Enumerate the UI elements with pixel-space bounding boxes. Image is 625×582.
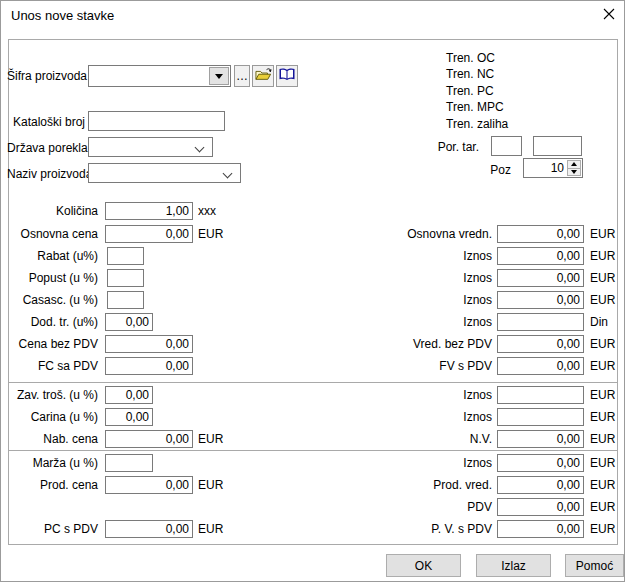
- product-name-combobox[interactable]: [88, 163, 241, 183]
- iznos-1-label: Iznos: [381, 249, 492, 263]
- close-button[interactable]: [595, 3, 623, 27]
- book-icon: [278, 67, 296, 85]
- iznos-6-unit: EUR: [590, 410, 615, 424]
- pdv-label: PDV: [381, 500, 492, 514]
- kolicina-field[interactable]: [105, 202, 193, 220]
- iznos-4-field[interactable]: [497, 313, 584, 331]
- open-folder-button[interactable]: [252, 65, 274, 87]
- prod-cena-field[interactable]: [105, 476, 193, 494]
- fv-s-pdv-field[interactable]: [497, 357, 584, 375]
- product-name-input[interactable]: [90, 165, 221, 181]
- pc-s-pdv-field[interactable]: [105, 520, 193, 538]
- iznos-7-unit: EUR: [590, 456, 615, 470]
- country-origin-input[interactable]: [90, 139, 193, 155]
- fc-sa-pdv-field[interactable]: [105, 357, 193, 375]
- iznos-3-label: Iznos: [381, 293, 492, 307]
- zav-tros-field[interactable]: [105, 386, 153, 404]
- pv-s-pdv-label: P. V. s PDV: [381, 522, 492, 536]
- nab-cena-field[interactable]: [105, 430, 193, 448]
- window-title: Unos nove stavke: [11, 8, 114, 23]
- triangle-down-icon: [571, 170, 577, 174]
- iznos-5-unit: EUR: [590, 388, 615, 402]
- catalog-book-button[interactable]: [276, 65, 298, 87]
- product-code-combobox[interactable]: [88, 65, 231, 87]
- dod-tr-field[interactable]: [105, 313, 153, 331]
- open-folder-icon: [254, 67, 272, 85]
- marza-field[interactable]: [105, 454, 153, 472]
- osnovna-vredn-field[interactable]: [497, 225, 584, 243]
- carina-field[interactable]: [105, 408, 153, 426]
- pc-s-pdv-label: PC s PDV: [6, 522, 98, 536]
- ok-button[interactable]: OK: [386, 554, 461, 577]
- iznos-6-field[interactable]: [497, 408, 584, 426]
- iznos-5-field[interactable]: [497, 386, 584, 404]
- nab-cena-label: Nab. cena: [6, 432, 98, 446]
- pc-s-pdv-unit: EUR: [198, 522, 223, 536]
- fv-s-pdv-unit: EUR: [590, 359, 615, 373]
- prod-vred-label: Prod. vred.: [381, 478, 492, 492]
- por-tar-label: Por. tar.: [409, 140, 479, 154]
- tren-oc-label: Tren. OC: [446, 51, 495, 65]
- cena-bez-pdv-label: Cena bez PDV: [6, 337, 98, 351]
- popust-field[interactable]: [107, 269, 144, 287]
- iznos-2-label: Iznos: [381, 271, 492, 285]
- browse-dots-button[interactable]: …: [234, 65, 250, 87]
- poz-spinner[interactable]: [523, 158, 583, 178]
- tren-pc-label: Tren. PC: [446, 84, 494, 98]
- fc-sa-pdv-label: FC sa PDV: [6, 359, 98, 373]
- casasc-label: Casasc. (u %): [6, 293, 98, 307]
- vred-bez-pdv-unit: EUR: [590, 337, 615, 351]
- chevron-down-icon: [215, 74, 223, 79]
- osnovna-cena-field[interactable]: [105, 225, 193, 243]
- pomoc-button[interactable]: Pomoć: [565, 554, 624, 577]
- spin-down-button[interactable]: [567, 168, 581, 177]
- casasc-field[interactable]: [107, 291, 144, 309]
- kolicina-label: Količina: [6, 204, 98, 218]
- product-code-input[interactable]: [90, 67, 208, 85]
- group-main: [8, 39, 618, 383]
- prod-vred-field[interactable]: [497, 476, 584, 494]
- pdv-field[interactable]: [497, 498, 584, 516]
- por-tar-field-2[interactable]: [533, 136, 582, 156]
- iznos-7-field[interactable]: [497, 454, 584, 472]
- tren-zaliha-label: Tren. zaliha: [446, 117, 508, 131]
- popust-label: Popust (u %): [6, 271, 98, 285]
- osnovna-cena-label: Osnovna cena: [6, 227, 98, 241]
- tren-mpc-label: Tren. MPC: [446, 100, 504, 114]
- osnovna-vredn-label: Osnovna vredn.: [381, 227, 492, 241]
- iznos-1-field[interactable]: [497, 247, 584, 265]
- por-tar-field-1[interactable]: [491, 136, 522, 156]
- iznos-3-field[interactable]: [497, 291, 584, 309]
- poz-label: Poz: [461, 163, 511, 177]
- cena-bez-pdv-field[interactable]: [105, 335, 193, 353]
- pv-s-pdv-unit: EUR: [590, 522, 615, 536]
- product-code-label: Šifra proizvoda: [7, 69, 85, 83]
- catalog-number-label: Kataloški broj: [7, 115, 85, 129]
- country-origin-label: Država porekla: [7, 141, 85, 155]
- iznos-4-label: Iznos: [381, 315, 492, 329]
- marza-label: Marža (u %): [6, 456, 98, 470]
- prod-cena-unit: EUR: [198, 478, 223, 492]
- iznos-7-label: Iznos: [381, 456, 492, 470]
- poz-input[interactable]: [525, 160, 566, 176]
- vred-bez-pdv-label: Vred. bez PDV: [381, 337, 492, 351]
- dod-tr-label: Dod. tr. (u%): [6, 315, 98, 329]
- catalog-number-field[interactable]: [88, 111, 225, 131]
- izlaz-button[interactable]: Izlaz: [476, 554, 551, 577]
- country-origin-combobox[interactable]: [88, 137, 213, 157]
- pv-s-pdv-field[interactable]: [497, 520, 584, 538]
- poz-spin-buttons: [567, 160, 581, 176]
- zav-tros-label: Zav. troš. (u %): [6, 388, 98, 402]
- nv-label: N.V.: [381, 432, 492, 446]
- rabat-field[interactable]: [107, 247, 144, 265]
- prod-vred-unit: EUR: [590, 478, 615, 492]
- iznos-1-unit: EUR: [590, 249, 615, 263]
- product-code-dropdown-button[interactable]: [209, 67, 229, 85]
- kolicina-unit: xxx: [198, 204, 216, 218]
- iznos-3-unit: EUR: [590, 293, 615, 307]
- nv-field[interactable]: [497, 430, 584, 448]
- fv-s-pdv-label: FV s PDV: [381, 359, 492, 373]
- vred-bez-pdv-field[interactable]: [497, 335, 584, 353]
- iznos-4-unit: Din: [590, 315, 608, 329]
- iznos-2-field[interactable]: [497, 269, 584, 287]
